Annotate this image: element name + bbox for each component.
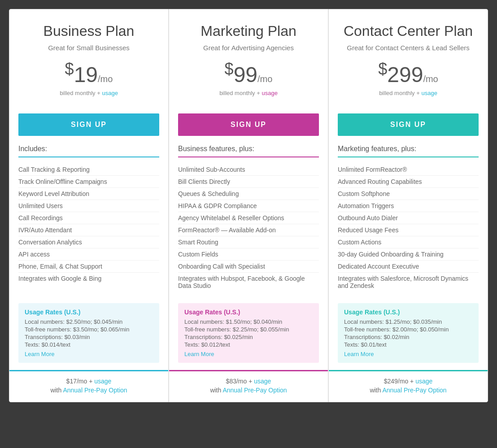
plan-card-marketing: Marketing PlanGreat for Advertising Agen… — [169, 9, 328, 402]
signup-button-contact[interactable]: SIGN UP — [338, 113, 479, 136]
feature-item-contact-8: Dedicated Account Executive — [338, 261, 479, 273]
usage-learn-more-contact[interactable]: Learn More — [344, 351, 472, 357]
feature-item-business-5: IVR/Auto Attendant — [18, 224, 159, 236]
feature-item-business-6: Conversation Analytics — [18, 236, 159, 248]
plan-title-marketing: Marketing Plan — [178, 23, 319, 39]
feature-item-business-1: Track Online/Offline Campaigns — [18, 176, 159, 188]
feature-item-contact-5: Reduced Usage Fees — [338, 224, 479, 236]
feature-item-marketing-1: Bill Clients Directly — [178, 176, 319, 188]
usage-title-contact: Usage Rates (U.S.) — [344, 309, 472, 316]
feature-item-contact-9: Integrates with Salesforce, Microsoft Dy… — [338, 273, 479, 291]
signup-button-business[interactable]: SIGN UP — [18, 113, 159, 136]
usage-line-business-0: Local numbers: $2.50/mo; $0.045/min — [25, 318, 153, 325]
plan-footer-marketing: $83/mo + usagewith Annual Pre-Pay Option — [169, 370, 328, 402]
feature-item-contact-0: Unlimited FormReactor® — [338, 164, 479, 176]
plan-title-contact: Contact Center Plan — [338, 23, 479, 39]
usage-line-contact-1: Toll-free numbers: $2.00/mo; $0.050/min — [344, 326, 472, 333]
feature-item-contact-2: Custom Softphone — [338, 188, 479, 200]
footer-line2-business: with Annual Pre-Pay Option — [18, 387, 159, 394]
feature-item-business-8: Phone, Email, & Chat Support — [18, 261, 159, 273]
feature-item-marketing-5: FormReactor® — Available Add-on — [178, 224, 319, 236]
plan-subtitle-business: Great for Small Businesses — [18, 44, 159, 52]
usage-title-marketing: Usage Rates (U.S.) — [184, 309, 313, 316]
usage-line-contact-2: Transcriptions: $0.02/min — [344, 334, 472, 340]
plan-price-marketing: $99/mo — [178, 60, 319, 87]
usage-learn-more-business[interactable]: Learn More — [25, 351, 153, 357]
plan-body-contact: Marketing features, plus:Unlimited FormR… — [329, 136, 488, 299]
plan-header-business: Business PlanGreat for Small Businesses$… — [9, 9, 168, 113]
price-billing-marketing: billed monthly + usage — [178, 90, 319, 96]
usage-line-business-1: Toll-free numbers: $3.50/mo; $0.065/min — [25, 326, 153, 333]
usage-line-marketing-3: Texts: $0.012/text — [184, 341, 313, 348]
billing-usage-link-business[interactable]: usage — [102, 90, 118, 96]
billing-usage-link-marketing[interactable]: usage — [262, 90, 277, 96]
plan-subtitle-contact: Great for Contact Centers & Lead Sellers — [338, 44, 479, 52]
footer-usage-link-contact[interactable]: usage — [415, 378, 432, 385]
feature-item-business-3: Unlimited Users — [18, 200, 159, 212]
feature-list-contact: Unlimited FormReactor®Advanced Routing C… — [338, 164, 479, 291]
annual-prepay-link-contact[interactable]: Annual Pre-Pay Option — [382, 387, 446, 394]
price-billing-contact: billed monthly + usage — [338, 90, 479, 96]
price-amount-business: $19/mo — [65, 63, 113, 87]
plan-subtitle-marketing: Great for Advertising Agencies — [178, 44, 319, 52]
signup-button-marketing[interactable]: SIGN UP — [178, 113, 319, 136]
plans-container: Business PlanGreat for Small Businesses$… — [9, 9, 488, 402]
annual-prepay-link-business[interactable]: Annual Pre-Pay Option — [63, 387, 127, 394]
footer-line1-marketing: $83/mo + usage — [178, 378, 319, 385]
features-heading-marketing: Business features, plus: — [178, 145, 319, 157]
usage-learn-more-marketing[interactable]: Learn More — [184, 351, 313, 357]
feature-item-marketing-8: Onboarding Call with Specialist — [178, 261, 319, 273]
usage-line-marketing-1: Toll-free numbers: $2.25/mo; $0.055/min — [184, 326, 313, 333]
usage-box-contact: Usage Rates (U.S.)Local numbers: $1.25/m… — [338, 303, 479, 363]
usage-line-contact-0: Local numbers: $1.25/mo; $0.035/min — [344, 318, 472, 325]
usage-title-business: Usage Rates (U.S.) — [25, 309, 153, 316]
usage-line-marketing-2: Transcriptions: $0.025/min — [184, 334, 313, 340]
features-heading-business: Includes: — [18, 145, 159, 157]
plan-card-contact: Contact Center PlanGreat for Contact Cen… — [328, 9, 488, 402]
footer-line1-business: $17/mo + usage — [18, 378, 159, 385]
feature-item-marketing-4: Agency Whitelabel & Reseller Options — [178, 212, 319, 224]
footer-line1-contact: $249/mo + usage — [338, 378, 479, 385]
usage-line-marketing-0: Local numbers: $1.50/mo; $0.040/min — [184, 318, 313, 325]
feature-item-contact-6: Custom Actions — [338, 236, 479, 248]
feature-list-marketing: Unlimited Sub-AccountsBill Clients Direc… — [178, 164, 319, 291]
usage-box-marketing: Usage Rates (U.S.)Local numbers: $1.50/m… — [178, 303, 319, 363]
billing-usage-link-contact[interactable]: usage — [421, 90, 437, 96]
price-amount-marketing: $99/mo — [225, 63, 273, 87]
plan-footer-contact: $249/mo + usagewith Annual Pre-Pay Optio… — [329, 370, 488, 402]
plan-header-contact: Contact Center PlanGreat for Contact Cen… — [329, 9, 488, 113]
plan-title-business: Business Plan — [18, 23, 159, 39]
feature-item-business-9: Integrates with Google & Bing — [18, 273, 159, 284]
features-heading-contact: Marketing features, plus: — [338, 145, 479, 157]
plan-body-marketing: Business features, plus:Unlimited Sub-Ac… — [169, 136, 328, 299]
footer-line2-marketing: with Annual Pre-Pay Option — [178, 387, 319, 394]
feature-item-marketing-3: HIPAA & GDPR Compliance — [178, 200, 319, 212]
footer-usage-link-marketing[interactable]: usage — [254, 378, 271, 385]
plan-footer-business: $17/mo + usagewith Annual Pre-Pay Option — [9, 370, 168, 402]
feature-item-business-4: Call Recordings — [18, 212, 159, 224]
plan-card-business: Business PlanGreat for Small Businesses$… — [9, 9, 169, 402]
feature-item-contact-3: Automation Triggers — [338, 200, 479, 212]
feature-item-marketing-6: Smart Routing — [178, 236, 319, 248]
feature-item-contact-4: Outbound Auto Dialer — [338, 212, 479, 224]
plan-header-marketing: Marketing PlanGreat for Advertising Agen… — [169, 9, 328, 113]
plan-price-business: $19/mo — [18, 60, 159, 87]
usage-line-contact-3: Texts: $0.01/text — [344, 341, 472, 348]
plan-body-business: Includes:Call Tracking & ReportingTrack … — [9, 136, 168, 299]
feature-item-business-0: Call Tracking & Reporting — [18, 164, 159, 176]
usage-box-business: Usage Rates (U.S.)Local numbers: $2.50/m… — [18, 303, 159, 363]
feature-item-business-2: Keyword Level Attribution — [18, 188, 159, 200]
feature-item-marketing-7: Custom Fields — [178, 248, 319, 261]
price-amount-contact: $299/mo — [378, 63, 438, 87]
feature-item-marketing-9: Integrates with Hubspot, Facebook, & Goo… — [178, 273, 319, 291]
usage-line-business-2: Transcriptions: $0.03/min — [25, 334, 153, 340]
feature-item-business-7: API access — [18, 248, 159, 261]
annual-prepay-link-marketing[interactable]: Annual Pre-Pay Option — [222, 387, 287, 394]
price-billing-business: billed monthly + usage — [18, 90, 159, 96]
feature-item-contact-7: 30-day Guided Onboarding & Training — [338, 248, 479, 261]
feature-item-marketing-0: Unlimited Sub-Accounts — [178, 164, 319, 176]
footer-usage-link-business[interactable]: usage — [94, 378, 111, 385]
feature-list-business: Call Tracking & ReportingTrack Online/Of… — [18, 164, 159, 284]
usage-line-business-3: Texts: $0.014/text — [25, 341, 153, 348]
plan-price-contact: $299/mo — [338, 60, 479, 87]
